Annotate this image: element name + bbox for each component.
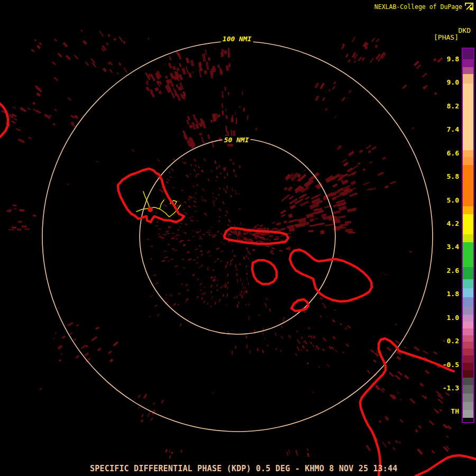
radar-echo	[250, 350, 251, 354]
radar-echo	[276, 236, 279, 237]
radar-echo	[260, 224, 263, 227]
radar-echo	[402, 84, 407, 89]
radar-echo	[219, 187, 221, 189]
radar-echo	[445, 392, 450, 397]
radar-echo	[179, 323, 182, 326]
colorbar-tick-label: 4.2	[422, 219, 459, 228]
radar-echo	[176, 94, 181, 101]
radar-echo	[196, 262, 198, 264]
radar-echo	[53, 337, 56, 339]
radar-echo	[171, 452, 173, 455]
radar-echo	[155, 225, 158, 226]
radar-echo	[32, 102, 35, 105]
radar-echo	[241, 290, 242, 293]
radar-echo	[201, 297, 204, 300]
radar-echo	[158, 234, 160, 235]
radar-echo	[371, 38, 375, 42]
radar-echo	[358, 57, 362, 62]
radar-echo	[185, 302, 186, 304]
radar-echo	[193, 185, 195, 188]
radar-echo	[236, 176, 237, 177]
radar-echo	[197, 278, 199, 281]
radar-echo	[222, 91, 223, 94]
radar-echo	[246, 277, 248, 280]
radar-echo	[18, 221, 22, 223]
radar-echo	[281, 194, 290, 202]
radar-echo	[234, 237, 235, 239]
radar-echo	[374, 44, 378, 48]
radar-echo	[396, 356, 401, 360]
radar-echo	[218, 194, 219, 196]
radar-echo	[8, 229, 14, 231]
colorbar-tick-label: 3.4	[422, 243, 459, 251]
radar-echo	[246, 344, 248, 349]
radar-echo	[395, 440, 398, 443]
radar-echo	[246, 273, 248, 275]
radar-echo	[36, 93, 41, 97]
radar-echo	[246, 247, 249, 250]
radar-echo	[271, 247, 274, 249]
radar-echo	[169, 455, 171, 459]
radar-echo	[345, 221, 351, 224]
radar-echo	[371, 146, 377, 150]
radar-echo	[283, 187, 288, 191]
radar-echo	[365, 445, 371, 452]
radar-echo	[107, 34, 111, 38]
radar-echo	[325, 224, 335, 226]
radar-echo	[85, 61, 89, 66]
radar-echo	[395, 340, 400, 344]
radar-echo	[278, 237, 279, 239]
radar-echo	[197, 257, 199, 258]
radar-echo	[216, 284, 218, 287]
radar-echo	[227, 273, 229, 277]
radar-echo	[244, 291, 245, 293]
radar-echo	[230, 230, 234, 233]
radar-echo	[382, 157, 386, 160]
radar-echo	[31, 48, 35, 52]
radar-echo	[238, 301, 239, 304]
radar-echo	[217, 65, 220, 68]
radar-echo	[315, 348, 316, 350]
radar-echo	[54, 108, 57, 111]
radar-echo	[213, 197, 215, 198]
radar-echo	[281, 214, 286, 217]
radar-echo	[323, 306, 326, 309]
radar-echo	[243, 287, 244, 289]
radar-echo	[227, 173, 228, 176]
radar-echo	[40, 388, 42, 390]
radar-echo	[207, 134, 210, 139]
radar-echo	[235, 190, 235, 191]
radar-echo	[240, 278, 241, 282]
radar-echo	[309, 224, 317, 227]
radar-echo	[332, 86, 335, 90]
radar-echo	[305, 196, 310, 200]
radar-echo	[206, 62, 209, 70]
radar-echo	[173, 303, 176, 306]
colorbar-tick-label: 8.2	[422, 102, 459, 111]
radar-echo	[180, 226, 181, 227]
radar-echo	[266, 306, 268, 309]
radar-echo	[222, 103, 223, 108]
radar-echo	[44, 114, 51, 120]
radar-echo	[307, 453, 310, 457]
radar-echo	[19, 209, 24, 212]
radar-echo	[296, 330, 298, 333]
radar-echo	[187, 289, 189, 291]
radar-echo	[235, 193, 236, 194]
radar-echo	[245, 287, 246, 288]
radar-echo	[446, 435, 448, 438]
radar-echo	[378, 172, 384, 176]
radar-echo	[167, 178, 170, 181]
radar-echo	[199, 236, 202, 237]
radar-echo	[315, 83, 319, 89]
radar-echo	[316, 223, 324, 226]
radar-echo	[141, 419, 144, 423]
radar-echo	[301, 345, 305, 349]
radar-echo	[196, 184, 198, 186]
radar-echo	[153, 402, 155, 405]
radar-echo	[204, 213, 207, 215]
radar-echo	[234, 224, 236, 227]
radar-echo	[28, 107, 31, 111]
radar-echo	[207, 178, 209, 181]
radar-echo	[225, 285, 227, 287]
